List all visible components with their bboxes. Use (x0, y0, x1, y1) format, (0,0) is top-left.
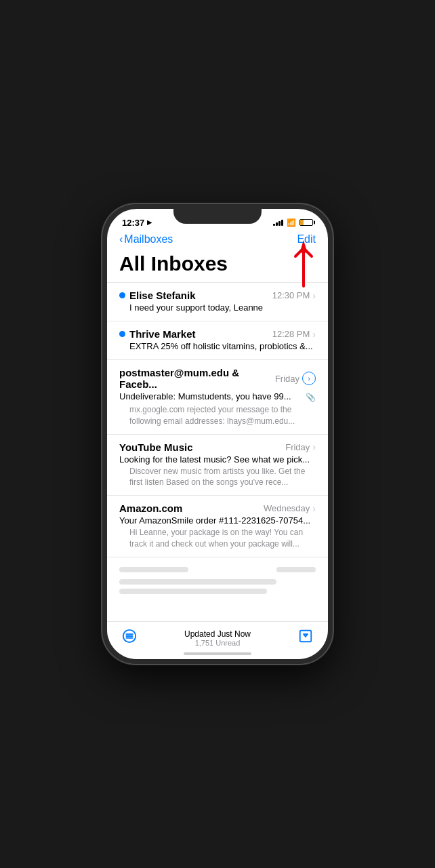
chevron-icon: › (312, 503, 316, 514)
unread-dot (119, 331, 125, 337)
compose-icon[interactable] (298, 629, 313, 647)
email-list: Elise Stefanik 12:30 PM › I need your su… (107, 282, 328, 611)
subject-elise: I need your support today, Leanne (129, 302, 316, 313)
toolbar-status: Updated Just Now 1,751 Unread (184, 629, 251, 647)
email-item-blurred (107, 557, 328, 611)
subject-amazon: Your AmazonSmile order #111-2231625-7075… (119, 515, 316, 526)
subject-postmaster: Undeliverable: Mumstudents, you have 99.… (119, 391, 291, 401)
circle-chevron-icon: › (302, 372, 316, 385)
filter-icon[interactable] (122, 629, 137, 647)
edit-label: Edit (297, 233, 316, 245)
email-item-youtube[interactable]: YouTube Music Friday › Looking for the l… (107, 434, 328, 496)
preview-amazon: Hi Leanne, your package is on the way! Y… (129, 527, 316, 550)
home-indicator (184, 652, 251, 655)
subject-youtube: Looking for the latest music? See what w… (119, 454, 316, 465)
clock: 12:37 (122, 218, 144, 228)
unread-dot (119, 292, 125, 298)
chevron-left-icon: ‹ (119, 233, 123, 245)
location-icon: ▶ (147, 219, 152, 226)
status-time: 12:37 ▶ (122, 218, 152, 228)
time-thrive: 12:28 PM › (272, 329, 316, 340)
phone-screen: 12:37 ▶ 📶 ‹ Mailboxes (107, 209, 328, 659)
sender-elise: Elise Stefanik (119, 290, 272, 301)
email-item-thrive[interactable]: Thrive Market 12:28 PM › EXTRA 25% off h… (107, 321, 328, 359)
sender-youtube: YouTube Music (119, 441, 285, 453)
phone-frame: 12:37 ▶ 📶 ‹ Mailboxes (102, 203, 333, 665)
preview-postmaster: mx.google.com rejected your message to t… (129, 404, 316, 427)
chevron-icon: › (312, 329, 316, 340)
status-icons: 📶 (273, 218, 313, 227)
edit-button[interactable]: Edit (297, 233, 316, 245)
time-elise: 12:30 PM › (272, 290, 316, 301)
back-button[interactable]: ‹ Mailboxes (119, 233, 173, 245)
blur-lines (119, 564, 316, 594)
signal-icon (273, 219, 283, 226)
notch (173, 209, 262, 224)
updated-label: Updated Just Now (184, 629, 251, 639)
sender-amazon: Amazon.com (119, 502, 264, 514)
email-item-elise[interactable]: Elise Stefanik 12:30 PM › I need your su… (107, 282, 328, 321)
battery-icon (299, 219, 313, 226)
sender-postmaster: postmaster@mum.edu & Faceb... (119, 367, 275, 390)
time-amazon: Wednesday › (264, 503, 316, 514)
email-item-amazon[interactable]: Amazon.com Wednesday › Your AmazonSmile … (107, 495, 328, 557)
chevron-icon: › (312, 441, 316, 452)
unread-label: 1,751 Unread (184, 639, 251, 647)
sender-thrive: Thrive Market (119, 328, 272, 340)
time-postmaster: Friday › (275, 372, 316, 385)
wifi-icon: 📶 (287, 218, 296, 227)
time-youtube: Friday › (285, 441, 316, 452)
page-title: All Inboxes (107, 250, 328, 282)
attachment-icon: 📎 (306, 393, 316, 402)
email-item-postmaster[interactable]: postmaster@mum.edu & Faceb... Friday › U… (107, 359, 328, 434)
back-label: Mailboxes (124, 233, 173, 245)
subject-thrive: EXTRA 25% off holistic vitamins, probiot… (129, 341, 316, 351)
chevron-icon: › (312, 290, 316, 301)
nav-bar: ‹ Mailboxes Edit (107, 232, 328, 250)
preview-youtube: Discover new music from artists you like… (129, 466, 316, 489)
